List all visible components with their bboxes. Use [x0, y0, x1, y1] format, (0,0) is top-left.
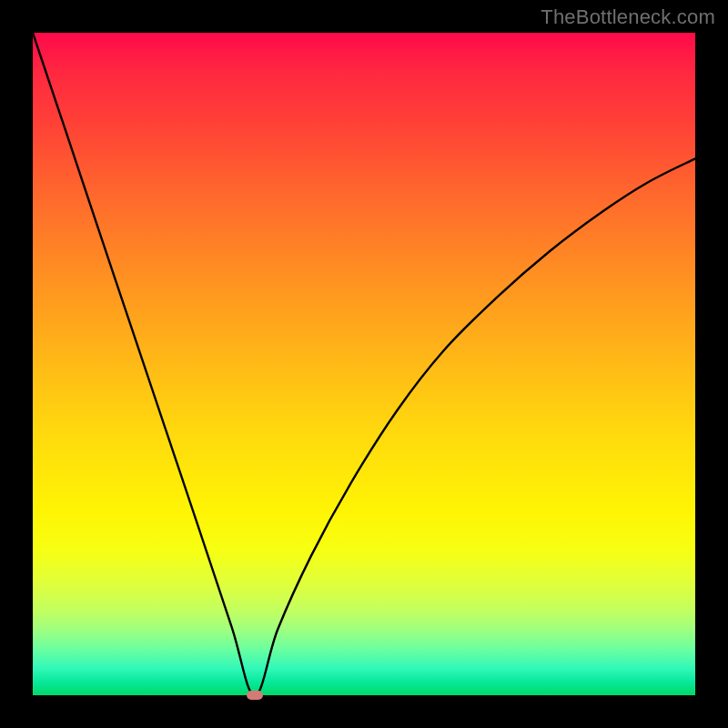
min-marker [247, 691, 263, 700]
bottleneck-curve [33, 33, 695, 695]
watermark-text: TheBottleneck.com [541, 5, 715, 29]
chart-frame: TheBottleneck.com [0, 0, 728, 728]
plot-area [33, 33, 695, 695]
